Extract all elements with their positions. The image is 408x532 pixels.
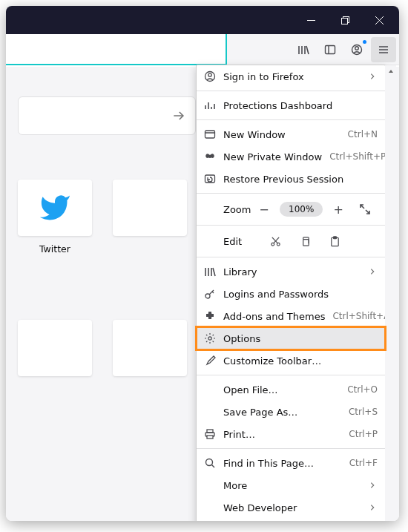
menu-restore-session[interactable]: Restore Previous Session — [197, 168, 385, 190]
menu-save-as[interactable]: Save Page As… Ctrl+S — [197, 401, 385, 423]
svg-point-42 — [208, 337, 211, 340]
titlebar — [6, 6, 399, 34]
menu-new-window[interactable]: New Window Ctrl+N — [197, 123, 385, 145]
search-icon — [204, 457, 216, 469]
library-icon — [204, 266, 216, 278]
svg-rect-9 — [326, 45, 335, 53]
separator — [197, 193, 385, 194]
svg-point-12 — [355, 46, 359, 50]
copy-button[interactable] — [290, 236, 320, 247]
menu-addons[interactable]: Add-ons and Themes Ctrl+Shift+A — [197, 305, 385, 327]
top-site-empty[interactable] — [113, 180, 187, 254]
hamburger-menu-button[interactable] — [371, 37, 396, 62]
arrow-right-icon — [171, 108, 186, 123]
svg-line-8 — [306, 46, 309, 54]
svg-rect-45 — [207, 436, 213, 439]
gear-icon — [204, 332, 216, 344]
zoom-in-button[interactable]: + — [327, 200, 349, 219]
svg-rect-2 — [341, 18, 347, 24]
chevron-right-icon — [369, 502, 378, 513]
menu-print[interactable]: Print… Ctrl+P — [197, 423, 385, 445]
menu-webdev[interactable]: Web Developer — [197, 496, 385, 519]
separator — [197, 257, 385, 257]
svg-rect-34 — [333, 236, 336, 238]
addons-icon — [204, 310, 216, 322]
svg-marker-51 — [389, 70, 393, 73]
key-icon — [204, 288, 216, 300]
print-icon — [204, 428, 216, 440]
menu-help[interactable]: Help — [197, 519, 385, 521]
zoom-out-button[interactable]: − — [253, 200, 275, 219]
separator — [197, 225, 385, 226]
account-icon — [204, 70, 216, 82]
private-window-icon — [204, 151, 216, 162]
minimize-button[interactable] — [294, 8, 328, 32]
dashboard-icon — [204, 99, 216, 111]
menu-more[interactable]: More — [197, 474, 385, 496]
tab-strip[interactable] — [6, 34, 227, 65]
library-icon[interactable] — [291, 37, 316, 62]
scroll-up-icon[interactable] — [385, 65, 396, 77]
menu-find[interactable]: Find in This Page… Ctrl+F — [197, 452, 385, 474]
svg-point-46 — [206, 459, 213, 466]
cut-button[interactable] — [260, 236, 290, 247]
separator — [197, 119, 385, 120]
paste-button[interactable] — [320, 236, 349, 247]
svg-rect-32 — [303, 239, 309, 245]
svg-point-18 — [208, 73, 211, 76]
top-site-empty[interactable] — [18, 320, 92, 376]
top-site-twitter[interactable]: Twitter — [18, 180, 92, 254]
menu-protections[interactable]: Protections Dashboard — [197, 94, 385, 116]
menu-library[interactable]: Library — [197, 260, 385, 283]
menu-open-file[interactable]: Open File… Ctrl+O — [197, 378, 385, 401]
account-icon[interactable] — [344, 37, 369, 62]
chevron-right-icon — [369, 266, 378, 278]
app-menu: Sign in to Firefox Protections Dashboard… — [196, 65, 386, 521]
menu-zoom: Zoom − 100% + — [197, 197, 385, 222]
scrollbar[interactable] — [385, 65, 396, 521]
svg-rect-23 — [205, 131, 215, 138]
zoom-level[interactable]: 100% — [280, 202, 323, 217]
new-window-icon — [204, 128, 216, 140]
menu-customize[interactable]: Customize Toolbar… — [197, 349, 385, 372]
paintbrush-icon — [204, 355, 216, 367]
separator — [197, 91, 385, 91]
browser-window: Twitter Sign in to Firefox Protections D… — [6, 6, 399, 521]
svg-line-47 — [212, 465, 215, 468]
separator — [197, 448, 385, 449]
menu-options[interactable]: Options — [197, 327, 385, 349]
restore-icon — [204, 173, 216, 185]
notification-dot-icon — [363, 40, 366, 44]
svg-line-41 — [212, 292, 214, 293]
twitter-icon — [39, 191, 71, 224]
chevron-right-icon — [369, 480, 378, 491]
menu-signin[interactable]: Sign in to Firefox — [197, 65, 385, 88]
svg-line-38 — [213, 268, 215, 276]
search-input[interactable] — [18, 96, 196, 135]
sidebar-icon[interactable] — [317, 37, 343, 62]
restore-button[interactable] — [328, 8, 362, 32]
tile-label: Twitter — [18, 243, 92, 254]
separator — [197, 375, 385, 375]
top-site-empty[interactable] — [113, 320, 187, 376]
chevron-right-icon — [369, 71, 378, 82]
close-button[interactable] — [362, 8, 396, 32]
menu-private-window[interactable]: New Private Window Ctrl+Shift+P — [197, 145, 385, 168]
menu-edit: Edit — [197, 229, 385, 254]
menu-logins[interactable]: Logins and Passwords — [197, 283, 385, 305]
fullscreen-button[interactable] — [354, 200, 376, 219]
